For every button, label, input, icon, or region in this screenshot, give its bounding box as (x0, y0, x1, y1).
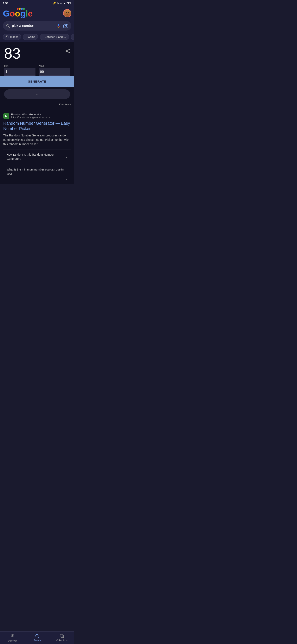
source-left: R Random Word Generator https://randomwo… (3, 113, 52, 119)
status-time: 1:53 (3, 2, 8, 5)
chip-game[interactable]: + Game (23, 34, 38, 40)
svg-line-13 (67, 50, 68, 51)
wifi-icon: ▲ (60, 2, 62, 4)
svg-point-6 (65, 26, 67, 27)
partial-faq-text: What is the minimum number you can use i… (6, 168, 63, 175)
faq-chevron-1: ⌄ (65, 155, 68, 159)
filter-chips: Images + Game + Between 1 and 10 + Bet (0, 33, 74, 42)
chip-bet[interactable]: + Bet (71, 34, 74, 40)
do-not-disturb-icon: ⊖ (57, 2, 59, 4)
expand-dropdown[interactable]: ⌄ (4, 90, 70, 99)
status-bar: 1:53 🔑 ⊖ ▲ ▲ 71% (0, 0, 74, 6)
max-field: Max (39, 64, 70, 76)
result-title[interactable]: Random Number Generator — Easy Number Pi… (3, 120, 71, 131)
generate-button[interactable]: GENERATE (0, 76, 74, 87)
camera-icon[interactable] (63, 23, 68, 28)
signal-icon: ▲ (63, 2, 65, 4)
chip-images[interactable]: Images (3, 34, 21, 40)
source-favicon: R (3, 113, 9, 119)
feedback-row: Feedback (0, 101, 74, 108)
result-card-1: R Random Word Generator https://randomwo… (0, 110, 74, 184)
svg-line-12 (67, 52, 68, 52)
microphone-icon[interactable] (56, 24, 61, 28)
feedback-link[interactable]: Feedback (59, 102, 71, 106)
status-icons: 🔑 ⊖ ▲ ▲ 71% (53, 2, 71, 4)
chip-between-plus: + (42, 35, 44, 38)
chip-game-plus: + (25, 35, 27, 38)
share-icon[interactable] (65, 48, 70, 55)
chip-between[interactable]: + Between 1 and 10 (40, 34, 69, 40)
result-source: R Random Word Generator https://randomwo… (3, 113, 71, 119)
source-url: https://randomwordgenerator.com › ... (11, 116, 52, 119)
max-input[interactable] (39, 68, 70, 76)
min-field: Min (4, 64, 35, 76)
chip-images-label: Images (9, 35, 18, 38)
more-options-icon[interactable]: ⋮ (65, 113, 71, 118)
dropdown-row: ⌄ (0, 87, 74, 101)
min-max-inputs: Min Max (4, 64, 70, 76)
chip-bet-plus: + (73, 35, 74, 38)
logo-text: Google (3, 9, 33, 18)
min-label: Min (4, 64, 35, 67)
avatar-face (63, 10, 71, 17)
min-input[interactable] (4, 68, 35, 76)
svg-rect-2 (58, 24, 59, 26)
result-description: The Random Number Generator produces ran… (3, 133, 71, 146)
chip-game-label: Game (28, 35, 35, 38)
faq-item-1[interactable]: How random is this Random Number Generat… (3, 150, 71, 164)
svg-point-9 (68, 49, 69, 50)
image-icon (5, 36, 8, 38)
svg-line-1 (9, 27, 10, 28)
svg-point-10 (66, 50, 67, 52)
search-results: R Random Word Generator https://randomwo… (0, 108, 74, 184)
bottom-spacer (0, 184, 74, 201)
search-query[interactable]: pick a number (12, 24, 54, 28)
svg-point-11 (68, 52, 69, 53)
partial-faq: What is the minimum number you can use i… (3, 164, 71, 182)
google-logo: Google (3, 8, 33, 18)
key-icon: 🔑 (53, 2, 56, 4)
max-label: Max (39, 64, 70, 67)
number-generator-widget: 83 Min Max (0, 42, 74, 76)
chevron-down-icon: ⌄ (36, 92, 39, 96)
search-bar[interactable]: pick a number (3, 21, 71, 30)
google-header: Google (0, 6, 74, 20)
faq-chevron-2: ⌄ (65, 176, 68, 180)
source-name: Random Word Generator (11, 113, 52, 116)
search-icon (6, 24, 10, 28)
chip-between-label: Between 1 and 10 (45, 35, 66, 38)
generated-number: 83 (4, 46, 21, 61)
source-info: Random Word Generator https://randomword… (11, 113, 52, 119)
search-bar-container: pick a number (0, 20, 74, 33)
user-avatar[interactable] (63, 9, 71, 17)
faq-question-1: How random is this Random Number Generat… (6, 153, 65, 161)
battery-indicator: 71% (66, 2, 71, 4)
